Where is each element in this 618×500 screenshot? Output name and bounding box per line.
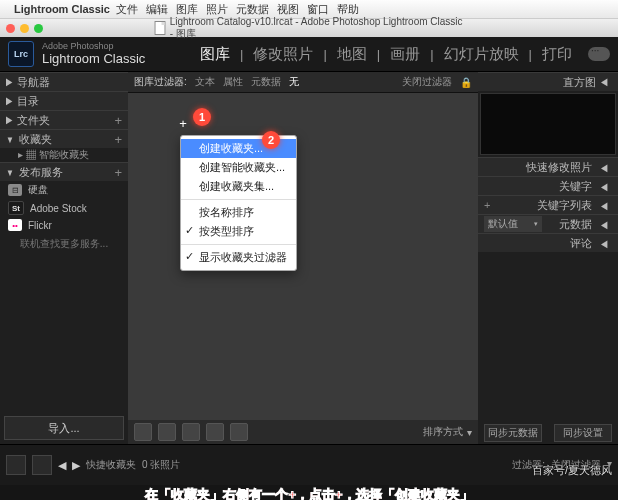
service-harddrive[interactable]: ⊟硬盘 xyxy=(0,181,128,199)
import-button[interactable]: 导入... xyxy=(4,416,124,440)
add-folder-icon[interactable]: + xyxy=(114,113,122,128)
module-library[interactable]: 图库 xyxy=(200,45,230,64)
filmstrip-source[interactable]: 快捷收藏夹 xyxy=(86,458,136,472)
module-slideshow[interactable]: 幻灯片放映 xyxy=(444,45,519,64)
survey-icon[interactable] xyxy=(206,423,224,441)
service-flickr[interactable]: ••Flickr xyxy=(0,217,128,233)
sync-settings-button[interactable]: 同步设置 xyxy=(554,424,612,442)
lock-icon[interactable]: 🔒 xyxy=(460,77,472,88)
publish-header[interactable]: ▼发布服务+ xyxy=(0,162,128,181)
filter-attr[interactable]: 属性 xyxy=(223,75,243,89)
find-more-services[interactable]: 联机查找更多服务... xyxy=(0,233,128,255)
collections-plus-hotspot[interactable]: + xyxy=(175,115,191,131)
module-print[interactable]: 打印 xyxy=(542,45,572,64)
module-develop[interactable]: 修改照片 xyxy=(253,45,313,64)
add-publish-icon[interactable]: + xyxy=(114,165,122,180)
module-map[interactable]: 地图 xyxy=(337,45,367,64)
menu-file[interactable]: 文件 xyxy=(116,2,138,17)
menu-create-set[interactable]: 创建收藏夹集... xyxy=(181,177,296,196)
compare-icon[interactable] xyxy=(182,423,200,441)
histogram-display xyxy=(480,93,616,155)
comments-header[interactable]: 评论◀ xyxy=(478,233,618,252)
menu-sort-type[interactable]: 按类型排序 xyxy=(181,222,296,241)
sort-label: 排序方式 xyxy=(423,425,463,439)
filter-off[interactable]: 关闭过滤器 xyxy=(402,75,452,89)
collections-context-menu: 创建收藏夹... 创建智能收藏夹... 创建收藏夹集... 按名称排序 按类型排… xyxy=(180,135,297,271)
metadata-preset-dropdown[interactable]: 默认值▾ xyxy=(484,216,542,232)
keyword-list-header[interactable]: +关键字列表◀ xyxy=(478,195,618,214)
menu-window[interactable]: 窗口 xyxy=(307,2,329,17)
menu-edit[interactable]: 编辑 xyxy=(146,2,168,17)
secondary-display-icon[interactable] xyxy=(6,455,26,475)
folders-header[interactable]: ▶文件夹+ xyxy=(0,110,128,129)
library-filter-bar: 图库过滤器: 文本 属性 元数据 无 关闭过滤器 🔒 xyxy=(128,72,478,93)
app-menu[interactable]: Lightroom Classic xyxy=(14,3,110,15)
module-book[interactable]: 画册 xyxy=(390,45,420,64)
cloud-sync-icon[interactable] xyxy=(588,47,610,61)
filter-text[interactable]: 文本 xyxy=(195,75,215,89)
people-icon[interactable] xyxy=(230,423,248,441)
menu-photo[interactable]: 照片 xyxy=(206,2,228,17)
grid-icon[interactable] xyxy=(134,423,152,441)
harddrive-icon: ⊟ xyxy=(8,184,22,196)
main-display-icon[interactable] xyxy=(32,455,52,475)
menu-library[interactable]: 图库 xyxy=(176,2,198,17)
minimize-icon[interactable] xyxy=(20,24,29,33)
smart-collections-row[interactable]: ▸ ▦ 智能收藏夹 xyxy=(0,148,128,162)
menu-help[interactable]: 帮助 xyxy=(337,2,359,17)
add-collection-icon[interactable]: + xyxy=(114,132,122,147)
prev-icon[interactable]: ◀ xyxy=(58,459,66,472)
annotation-marker-1: 1 xyxy=(193,108,211,126)
menu-create-smart[interactable]: 创建智能收藏夹... xyxy=(181,158,296,177)
zoom-icon[interactable] xyxy=(34,24,43,33)
filmstrip-count: 0 张照片 xyxy=(142,458,180,472)
filter-none[interactable]: 无 xyxy=(289,75,299,89)
metadata-header[interactable]: 默认值▾元数据◀ xyxy=(478,214,618,233)
flickr-icon: •• xyxy=(8,219,22,231)
brand-big: Lightroom Classic xyxy=(42,52,145,66)
close-icon[interactable] xyxy=(6,24,15,33)
catalog-header[interactable]: ▶目录 xyxy=(0,91,128,110)
quick-develop-header[interactable]: 快速修改照片◀ xyxy=(478,157,618,176)
window-titlebar: Lightroom Catalog-v10.lrcat - Adobe Phot… xyxy=(0,19,618,37)
stock-icon: St xyxy=(8,201,24,215)
keywording-header[interactable]: 关键字◀ xyxy=(478,176,618,195)
next-icon[interactable]: ▶ xyxy=(72,459,80,472)
annotation-marker-2: 2 xyxy=(262,131,280,149)
document-icon xyxy=(155,21,166,35)
menu-sort-name[interactable]: 按名称排序 xyxy=(181,203,296,222)
filter-metadata[interactable]: 元数据 xyxy=(251,75,281,89)
grid-toolbar: 排序方式 ▾ xyxy=(128,420,478,444)
menu-show-filter[interactable]: 显示收藏夹过滤器 xyxy=(181,248,296,267)
menu-view[interactable]: 视图 xyxy=(277,2,299,17)
service-adobestock[interactable]: StAdobe Stock xyxy=(0,199,128,217)
tutorial-caption: 在「收藏夹」右侧有一个+，点击+，选择「创建收藏夹」 xyxy=(0,485,618,500)
app-header: Lrc Adobe Photoshop Lightroom Classic 图库… xyxy=(0,37,618,72)
navigator-header[interactable]: ▶导航器 xyxy=(0,72,128,91)
app-badge: Lrc xyxy=(8,41,34,67)
collections-header[interactable]: ▼收藏夹+ xyxy=(0,129,128,148)
left-panel: ▶导航器 ▶目录 ▶文件夹+ ▼收藏夹+ ▸ ▦ 智能收藏夹 ▼发布服务+ ⊟硬… xyxy=(0,72,128,444)
sort-dropdown[interactable]: ▾ xyxy=(467,427,472,438)
window-title: Lightroom Catalog-v10.lrcat - Adobe Phot… xyxy=(170,16,464,41)
sync-metadata-button[interactable]: 同步元数据 xyxy=(484,424,542,442)
histogram-header[interactable]: 直方图◀ xyxy=(478,72,618,91)
right-panel: 直方图◀ 快速修改照片◀ 关键字◀ +关键字列表◀ 默认值▾元数据◀ 评论◀ 同… xyxy=(478,72,618,444)
filmstrip: ◀ ▶ 快捷收藏夹 0 张照片 过滤器: 关闭过滤器 ▾ xyxy=(0,444,618,485)
filter-label: 图库过滤器: xyxy=(134,75,187,89)
menu-metadata[interactable]: 元数据 xyxy=(236,2,269,17)
byline: 百家号/夏天德风 xyxy=(532,463,612,478)
loupe-icon[interactable] xyxy=(158,423,176,441)
